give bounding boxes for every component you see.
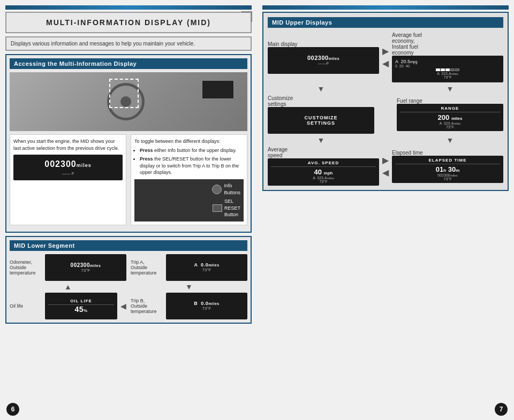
main-display-fuel: ——F (318, 61, 329, 66)
avg-fuel-item: Average fueleconomy,Instant fueleconomy … (392, 32, 503, 82)
lower-row-1: Odometer,Outsidetemperature 002300miles … (10, 254, 247, 281)
right-page: MID Upper Displays Main display 002300mi… (257, 0, 514, 420)
customize-line1: CUSTOMIZE (305, 115, 338, 120)
info-button-icon (212, 185, 222, 194)
trip-b-label: Trip B,Outsidetemperature (131, 298, 163, 314)
arrow-h-3: ▶ ◀ (382, 155, 389, 178)
avg-fuel-top: A 20.5mpg (395, 59, 500, 64)
elapsed-time-item: Elapsed time ELAPSED TIME 01h 30m 002300… (392, 150, 503, 183)
arrow-h-1: ▶ ◀ (382, 46, 389, 68)
avg-speed-screen: AVG. SPEED 40 mph A 323.4miles 73°F (268, 158, 379, 186)
spacer-1 (377, 85, 394, 93)
fuel-range-header: RANGE (400, 106, 500, 112)
lower-row-2: Oil life OIL LIFE 45% ◀ Trip B,Outsidete… (10, 293, 247, 319)
upper-section-title: MID Upper Displays (268, 17, 503, 28)
car-image-inner (10, 72, 247, 131)
page-number-right: 7 (495, 403, 508, 416)
page-number-left: 6 (6, 403, 19, 416)
fuel-range-num: 200 miles (438, 113, 463, 121)
fuel-range-miles: A 323.4miles (440, 121, 461, 125)
lower-item-trip-b: Trip B,Outsidetemperature B 0.0miles 73°… (131, 293, 247, 319)
trip-a-label: Trip A,Outsidetemperature (131, 259, 163, 276)
odo-temp: 73°F (81, 268, 90, 273)
trip-b-screen: B 0.0miles 73°F (166, 293, 247, 319)
fuel-seg-2 (441, 68, 445, 71)
arrow-down-4: ▼ (397, 136, 503, 144)
customize-screen: CUSTOMIZE SETTINGS (268, 107, 374, 134)
avg-speed-label: Averagespeed (268, 147, 379, 158)
lower-item-oil: Oil life OIL LIFE 45% ◀ (10, 293, 126, 319)
bullet-2: Press the SEL/RESET button for the lower… (140, 156, 244, 176)
trip-a-screen: A 0.0miles 73°F (166, 254, 247, 281)
avg-fuel-temp: 73°F (444, 75, 452, 79)
arrow-right-3: ▶ (382, 155, 389, 165)
lower-section-title: MID Lower Segment (10, 240, 247, 251)
main-title: MULTI-INFORMATION DISPLAY (MID) (12, 18, 245, 27)
top-bar-right (262, 5, 509, 10)
trip-a-num: A 0.0miles (194, 262, 219, 268)
avg-speed-temp: 73°F (320, 180, 328, 184)
fuel-seg-4 (450, 68, 455, 71)
fuel-range-item: Fuel range RANGE 200 miles A 323.4miles … (397, 98, 503, 131)
elapsed-header: ELAPSED TIME (395, 158, 500, 164)
odometer-label: Odometer,Outsidetemperature (10, 259, 42, 276)
top-bar-left (5, 5, 252, 10)
elapsed-num: 01h 30m (436, 165, 460, 173)
arrow-left-oil: ◀ (120, 302, 126, 310)
spacer-3 (377, 136, 394, 144)
lower-item-trip-a: Trip A,Outsidetemperature A 0.0miles 73°… (131, 254, 247, 281)
customize-item: Customizesettings CUSTOMIZE SETTINGS (268, 95, 374, 134)
avg-fuel-miles: A 323.4miles (437, 72, 458, 75)
right-text-box: To toggle between the different displays… (131, 134, 247, 225)
arrow-left-3: ◀ (382, 167, 389, 178)
upper-row-3: Averagespeed AVG. SPEED 40 mph A 323.4mi… (268, 147, 503, 186)
arrow-left-1: ◀ (382, 58, 389, 68)
fuel-bar (436, 68, 459, 71)
elapsed-miles: 002300miles (437, 173, 457, 177)
trip-b-temp: 73°F (202, 306, 211, 311)
buttons-image: InfoButtons SELRESETButton (134, 179, 244, 222)
arrow-down-2: ▼ (397, 85, 503, 93)
bullet-1: Press either Info button for the upper d… (140, 147, 244, 154)
arrow-down-3: ▼ (268, 136, 374, 144)
right-text-header: To toggle between the different displays… (134, 138, 244, 145)
sel-reset-button-icon (213, 204, 222, 212)
odometer-fuel: —— F (62, 171, 74, 177)
elapsed-time-screen: ELAPSED TIME 01h 30m 002300miles 73°F (392, 156, 503, 183)
trip-b-num: B 0.0miles (194, 301, 219, 306)
main-display-label: Main display (268, 41, 379, 47)
mid-upper-section: MID Upper Displays Main display 002300mi… (262, 12, 509, 191)
avg-speed-miles: A 323.4miles (313, 176, 334, 180)
upper-row-1: Main display 002300miles ——F ▶ ◀ Average… (268, 32, 503, 82)
avg-fuel-screen: A 20.5mpg 0 20 40 A 323.4miles 73°F (392, 56, 503, 82)
arrows-row-1: ▼ ▼ (268, 85, 503, 93)
fuel-seg-1 (436, 68, 440, 71)
main-display-screen: 002300miles ——F (268, 47, 379, 74)
accessing-title: Accessing the Multi-Information Display (10, 58, 247, 69)
odometer-number: 002300miles (44, 158, 91, 170)
odo-num: 002300miles (71, 262, 101, 268)
left-text: When you start the engine, the MID shows… (13, 138, 123, 151)
arrows-row-2: ▼ ▼ (268, 136, 503, 144)
oil-percent: 45% (74, 305, 87, 314)
arrow-up-left: ▲ (10, 283, 126, 291)
fuel-seg-3 (445, 68, 450, 71)
fuel-range-temp: 73°F (446, 125, 454, 129)
upper-content: Main display 002300miles ——F ▶ ◀ Average… (268, 32, 503, 186)
sel-reset-label: SELRESETButton (224, 198, 240, 218)
lower-section: MID Lower Segment Odometer,Outsidetemper… (5, 236, 252, 324)
avg-speed-item: Averagespeed AVG. SPEED 40 mph A 323.4mi… (268, 147, 379, 186)
avg-speed-num: 40 mph (314, 168, 333, 176)
arrow-down-right: ▼ (131, 283, 247, 291)
avg-speed-header: AVG. SPEED (271, 161, 376, 167)
elapsed-temp: 73°F (444, 177, 452, 181)
left-text-box: When you start the engine, the MID shows… (10, 134, 126, 225)
upper-row-2: Customizesettings CUSTOMIZE SETTINGS Fue… (268, 95, 503, 134)
fuel-seg-5 (455, 68, 459, 71)
oil-label: Oil life (10, 303, 42, 309)
accessing-section: Accessing the Multi-Information Display … (5, 54, 252, 233)
info-box: Displays various information and message… (5, 36, 252, 51)
main-display-item: Main display 002300miles ——F (268, 41, 379, 74)
oil-screen: OIL LIFE 45% (45, 293, 117, 319)
elapsed-time-label: Elapsed time (392, 150, 503, 156)
